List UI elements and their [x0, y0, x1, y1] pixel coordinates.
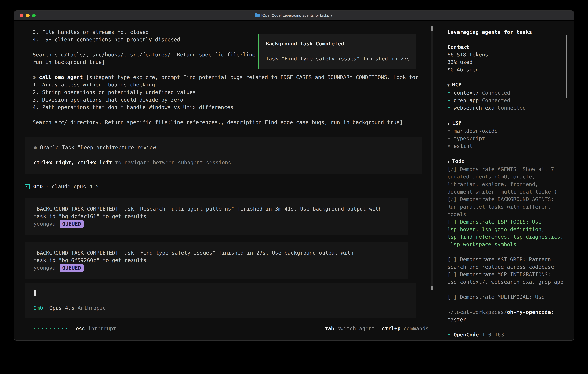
minimize-window-button[interactable]: [26, 14, 30, 17]
toast-body: Task "Find type safety issues" finished …: [266, 55, 410, 62]
bullet-icon: •: [447, 97, 451, 103]
chat-pane: 3. File handles or streams not closed 4.…: [14, 21, 446, 341]
terminal-line: Search src/ directory. Return specific f…: [14, 119, 446, 126]
spacer: [447, 248, 567, 256]
sidebar: Leveraging agents for tasks Context 66,5…: [446, 21, 574, 341]
lsp-item: •typescript: [447, 135, 567, 142]
context-heading: Context: [447, 43, 567, 51]
window-titlebar[interactable]: [OpenCode] Leveraging agents for tasks ◐: [14, 11, 574, 21]
todo-item-line: [ ] Demonstrate MCP INTEGRATIONS:: [447, 271, 567, 278]
lsp-section-header[interactable]: ▼LSP: [447, 119, 567, 127]
context-used: 33% used: [447, 58, 567, 66]
task-message-line: [BACKGROUND TASK COMPLETED] Task "Find t…: [33, 249, 400, 257]
traffic-lights: [20, 11, 36, 20]
task-message-line: task_id="bg_dcfac161" to get results.: [33, 213, 400, 220]
context-tokens: 66,518 tokens: [447, 51, 567, 58]
lsp-item: •eslint: [447, 142, 567, 150]
todo-item-line: [✓] Demonstrate BACKGROUND AGENTS:: [447, 196, 567, 203]
todo-item-line: librarian, explore, frontend,: [447, 180, 567, 188]
tab-key-hint: tab: [325, 325, 334, 332]
bullet-icon: •: [447, 90, 451, 96]
mcp-item: •grep_appConnected: [447, 97, 567, 104]
task-message-line: task_id="bg_6f59260c" to get results.: [33, 257, 400, 264]
app-name: OpenCode: [454, 332, 479, 338]
terminal-window: [OpenCode] Leveraging agents for tasks ◐…: [14, 10, 574, 341]
git-branch: master: [447, 316, 567, 323]
ctrlp-key-label: commands: [404, 325, 429, 332]
window-title: [OpenCode] Leveraging agents for tasks ◐: [255, 13, 333, 18]
provider-label: Anthropic: [78, 305, 106, 311]
spinner-dots: ·········: [33, 325, 69, 332]
bullet-icon: •: [447, 135, 451, 141]
app-version: 1.0.163: [482, 332, 504, 338]
subagent-navigation-hint: ctrl+x right, ctrl+x left to navigate be…: [33, 159, 414, 166]
text-cursor: [33, 290, 36, 296]
close-window-button[interactable]: [20, 14, 23, 17]
terminal-line: [14, 111, 446, 119]
background-task-message: [BACKGROUND TASK COMPLETED] Task "Find t…: [25, 242, 408, 279]
todo-item-line: models: [447, 211, 567, 218]
lsp-item: •markdown-oxide: [447, 127, 567, 135]
collapse-triangle-icon: ▼: [447, 83, 449, 87]
sidebar-scrollbar[interactable]: [566, 35, 567, 98]
bullet-icon: •: [447, 105, 451, 111]
todo-item-line: Use context7, websearch_exa, grep_app: [447, 278, 567, 286]
agent-name: OmO: [33, 183, 43, 190]
todo-item-line: [✓] Demonstrate AGENTS: Show all 7: [447, 166, 567, 173]
background-task-message: [BACKGROUND TASK COMPLETED] Task "Resear…: [25, 198, 408, 235]
author-name: yeongyu: [33, 265, 56, 271]
scrollbar-thumb[interactable]: [430, 26, 433, 31]
opencode-version: •OpenCode1.0.163: [447, 331, 567, 338]
esc-key-hint: esc: [76, 325, 85, 332]
todo-item-line: lsp_hover, lsp_goto_definition,: [447, 226, 567, 233]
mcp-section-header[interactable]: ▼MCP: [447, 81, 567, 89]
fisheye-icon: ◉: [33, 144, 37, 150]
folder-icon: [255, 14, 260, 17]
session-timer-icon: ◐: [331, 13, 333, 18]
collapse-triangle-icon: ▼: [447, 160, 449, 164]
esc-key-label: interrupt: [88, 325, 116, 332]
agent-model: claude-opus-4-5: [52, 183, 99, 190]
todo-item-line: lsp_workspace_symbols: [447, 241, 567, 248]
input-meta: OmOOpus 4.5Anthropic: [33, 304, 408, 312]
ctrlp-key-hint: ctrl+p: [382, 325, 401, 332]
prompt-input[interactable]: OmOOpus 4.5Anthropic: [25, 283, 416, 318]
task-message-meta: yeongyuQUEUED: [33, 220, 400, 228]
tool-call-line: ⚙ call_omo_agent [subagent_type=explore,…: [14, 73, 446, 81]
todo-item-line: document-writer, multimodal-looker): [447, 188, 567, 196]
spacer: [447, 286, 567, 293]
oracle-task-title: ◉Oracle Task "Deep architecture review": [33, 144, 414, 151]
collapse-triangle-icon: ▼: [447, 122, 449, 125]
gear-icon: ⚙: [33, 74, 36, 80]
terminal-line: 3. Division operations that could divide…: [14, 96, 446, 104]
window-title-text: [OpenCode] Leveraging agents for tasks: [261, 13, 329, 18]
task-message-line: [BACKGROUND TASK COMPLETED] Task "Resear…: [33, 205, 400, 213]
session-title: Leveraging agents for tasks: [447, 28, 567, 36]
status-badge: QUEUED: [60, 264, 84, 272]
author-name: yeongyu: [33, 221, 56, 227]
scrollbar-thumb[interactable]: [430, 286, 433, 291]
terminal-line: 2. String operations on potentially unde…: [14, 89, 446, 96]
status-bar: ·········escinterrupt tabswitch agentctr…: [14, 325, 433, 332]
input-line: [33, 289, 408, 297]
desktop: [OpenCode] Leveraging agents for tasks ◐…: [0, 0, 588, 374]
todo-item-line: curated agents (OmO, oracle,: [447, 173, 567, 180]
status-left: ·········escinterrupt: [33, 325, 116, 332]
todo-item-line: [ ] Demonstrate LSP TOOLS: Use: [447, 218, 567, 226]
agent-session-header[interactable]: OmO · claude-opus-4-5: [25, 183, 446, 190]
tool-args: [subagent_type=explore, prompt=Find pote…: [83, 74, 419, 80]
chat-scrollbar[interactable]: [430, 26, 433, 291]
todo-section-header[interactable]: ▼Todo: [447, 157, 567, 166]
task-message-meta: yeongyuQUEUED: [33, 264, 400, 272]
tab-key-label: switch agent: [337, 325, 375, 332]
agent-checkbox-icon: [25, 184, 30, 189]
tool-name: call_omo_agent: [39, 74, 83, 80]
oracle-task-block[interactable]: ◉Oracle Task "Deep architecture review" …: [25, 136, 422, 174]
background-task-toast: Background Task Completed Task "Find typ…: [258, 34, 416, 69]
separator-dot: ·: [46, 183, 49, 190]
status-right: tabswitch agentctrl+pcommands: [325, 325, 429, 332]
bullet-icon: •: [447, 128, 451, 134]
bullet-icon: •: [447, 143, 451, 149]
zoom-window-button[interactable]: [32, 14, 36, 17]
bullet-icon: •: [447, 332, 451, 338]
